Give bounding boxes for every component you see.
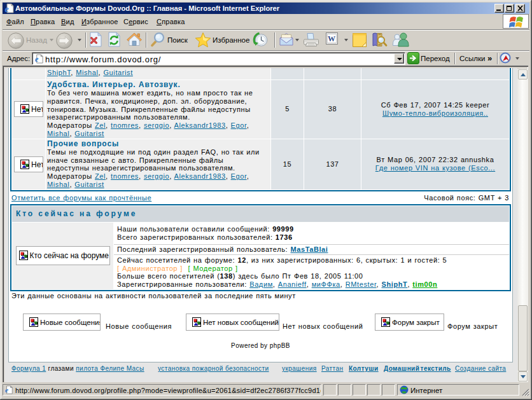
svg-text:W: W: [328, 34, 335, 43]
svg-text:e: e: [5, 386, 8, 394]
svg-text:e: e: [35, 55, 39, 64]
svg-text:e: e: [5, 4, 9, 14]
